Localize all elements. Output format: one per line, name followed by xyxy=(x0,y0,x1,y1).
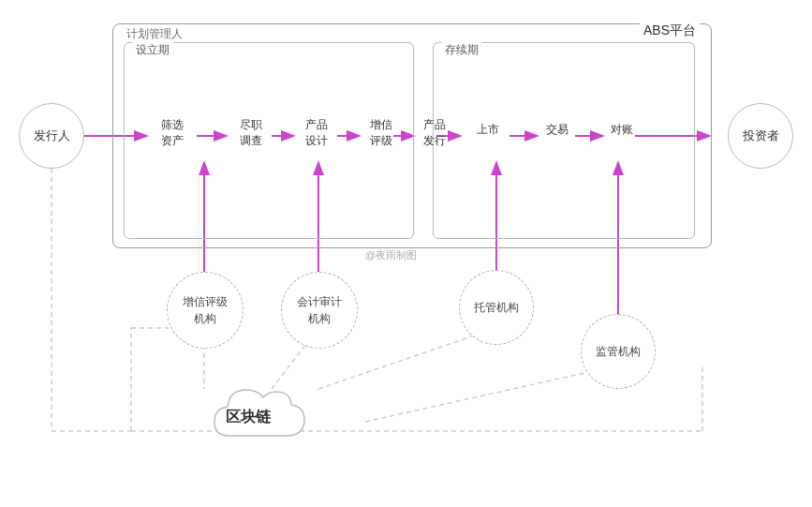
issuer-node: 发行人 xyxy=(19,103,84,169)
investor-node: 投资者 xyxy=(728,103,793,169)
svg-line-16 xyxy=(365,365,618,422)
org-custody: 托管机构 xyxy=(459,270,534,345)
step-due-diligence: 尽职 调查 xyxy=(229,117,273,149)
step-reconcile: 对账 xyxy=(603,122,641,138)
watermark: @夜雨制图 xyxy=(365,248,417,262)
diagram-container: ABS平台 计划管理人 设立期 存续期 发行人 投资者 筛选 资产 尽职 调查 … xyxy=(0,0,812,507)
step-screen-assets: 筛选 资产 xyxy=(150,117,195,149)
blockchain-cloud: 区块链 xyxy=(173,375,323,459)
step-credit-rating: 增信 评级 xyxy=(359,117,404,149)
step-product-issue: 产品 发行 xyxy=(412,117,457,149)
org-regulator: 监管机构 xyxy=(581,314,656,389)
setup-period-label: 设立期 xyxy=(132,42,173,58)
org-credit-rating: 增信评级 机构 xyxy=(167,272,244,349)
step-product-design: 产品 设计 xyxy=(294,117,339,149)
plan-manager-label: 计划管理人 xyxy=(126,26,183,42)
abs-platform-label: ABS平台 xyxy=(640,22,700,39)
ongoing-period-label: 存续期 xyxy=(441,42,482,58)
step-listing: 上市 xyxy=(466,122,509,138)
step-trading: 交易 xyxy=(539,122,576,138)
ongoing-period-box: 存续期 xyxy=(433,42,695,239)
org-audit: 会计审计 机构 xyxy=(281,272,358,349)
